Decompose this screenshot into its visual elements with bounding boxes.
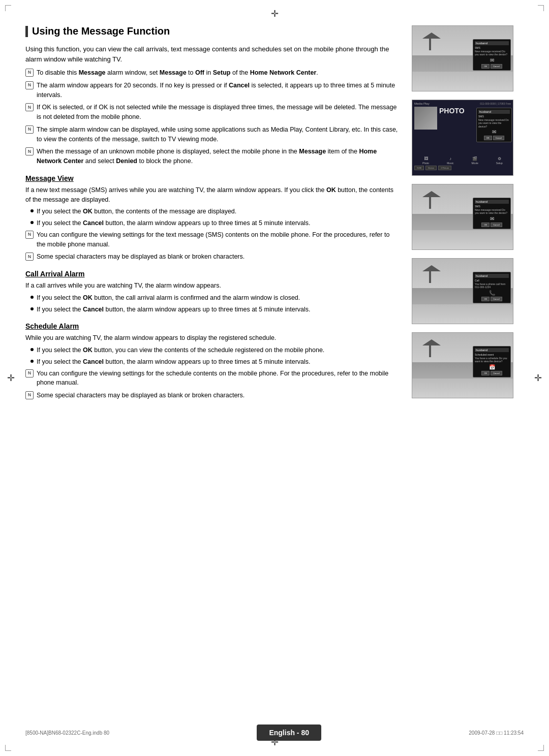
bullet-dot-sa-2 <box>30 360 34 363</box>
bullet-sa-1: If you select the OK button, you can vie… <box>25 345 400 355</box>
note-icon-mv-1: N <box>25 231 34 239</box>
subsection-schedule-alarm: Schedule Alarm While you are watching TV… <box>25 322 400 400</box>
sms-popup-1: husband SMS New message received Do you … <box>473 39 511 71</box>
bullet-dot-2 <box>30 221 34 224</box>
bullet-text-mv-1: If you select the OK button, the content… <box>37 207 400 216</box>
bullet-text-ca-2: If you select the Cancel button, the ala… <box>37 305 400 314</box>
note-icon-sa-1: N <box>25 369 34 377</box>
bullet-mv-1: If you select the OK button, the content… <box>25 207 400 216</box>
bullet-text-sa-1: If you select the OK button, you can vie… <box>37 345 400 355</box>
bullet-mv-2: If you select the Cancel button, the ala… <box>25 218 400 228</box>
note-text-3: If OK is selected, or if OK is not selec… <box>37 103 400 122</box>
subsection-title-schedule-alarm: Schedule Alarm <box>25 322 400 330</box>
popup-ok-btn-2[interactable]: OK <box>481 223 490 227</box>
popup-message-text-call: You have a phone call from 011-000-1234 <box>475 282 509 289</box>
media-nav-movie[interactable]: 🎬 Movie <box>464 156 486 165</box>
popup-cancel-media[interactable]: Cancel <box>493 136 504 140</box>
media-thumbnail <box>414 107 437 130</box>
popup-message-text-sched: You have a schedule Do you want to view … <box>475 357 509 363</box>
popup-cancel-btn-sched[interactable]: Cancel <box>491 371 502 375</box>
note-item-5: N When the message of an unknown mobile … <box>25 147 400 166</box>
note-text-mv-2: Some special characters may be displayed… <box>37 252 400 262</box>
note-item-2: N The alarm window appears for 20 second… <box>25 81 400 100</box>
popup-device-name-call: husband <box>475 274 509 278</box>
media-nav-music[interactable]: ♪ Music <box>439 156 462 165</box>
note-item-3: N If OK is selected, or if OK is not sel… <box>25 103 400 122</box>
media-nav-setup[interactable]: ⚙ Setup <box>488 156 511 165</box>
bullet-dot-1 <box>30 209 34 212</box>
subsection-title-call-arrival: Call Arrival Alarm <box>25 270 400 278</box>
popup-type-label-2: SMS <box>475 205 509 208</box>
media-play-label: Media Play <box>414 102 430 105</box>
popup-ok-btn-call[interactable]: OK <box>481 297 490 301</box>
note-icon-mv-2: N <box>25 253 34 261</box>
popup-sms-icon-1: ✉ <box>475 57 509 63</box>
popup-type-label-sched: Scheduled event <box>475 353 509 356</box>
bullet-dot-ca-1 <box>30 296 34 299</box>
popup-device-name-sched: husband <box>475 348 509 352</box>
popup-sms-icon-2: ✉ <box>475 216 509 222</box>
popup-schedule-icon: 📅 <box>475 364 509 370</box>
media-return-btn[interactable]: ↺ Return <box>438 166 451 170</box>
popup-device-name-2: husband <box>475 200 509 204</box>
popup-device-media: husband <box>478 110 510 114</box>
call-popup: husband Call You have a phone call from … <box>473 272 511 303</box>
intro-paragraph: Using this function, you can view the ca… <box>25 44 400 64</box>
media-sum-btn[interactable]: SUM <box>414 166 424 170</box>
media-nav-photo[interactable]: 🖼 Photo <box>414 156 437 165</box>
popup-ok-media[interactable]: OK <box>484 136 492 140</box>
subsection-message-view: Message View If a new text message (SMS)… <box>25 174 400 262</box>
note-text-sa-2: Some special characters may be displayed… <box>37 391 400 400</box>
popup-ok-btn-sched[interactable]: OK <box>481 371 490 375</box>
note-icon-1: N <box>25 69 34 77</box>
note-mv-1: N You can configure the viewing settings… <box>25 230 400 249</box>
message-view-intro: If a new text message (SMS) arrives whil… <box>25 185 400 205</box>
media-device-btn[interactable]: Device <box>425 166 437 170</box>
note-icon-5: N <box>25 147 34 155</box>
page-title: Using the Message Function <box>32 25 170 37</box>
main-content: Using the Message Function Using this fu… <box>25 25 400 403</box>
subsection-call-arrival: Call Arrival Alarm If a call arrives whi… <box>25 270 400 314</box>
title-bar-decoration <box>25 26 28 37</box>
note-sa-1: N You can configure the viewing settings… <box>25 369 400 388</box>
popup-ok-btn-1[interactable]: OK <box>481 64 490 69</box>
note-text-mv-1: You can configure the viewing settings f… <box>37 230 400 249</box>
note-mv-2: N Some special characters may be display… <box>25 252 400 262</box>
bullet-text-mv-2: If you select the Cancel button, the ala… <box>37 218 400 228</box>
bullet-ca-2: If you select the Cancel button, the ala… <box>25 305 400 314</box>
subsection-title-message-view: Message View <box>25 174 400 182</box>
footer-page-number: English - 80 <box>257 724 321 741</box>
popup-cancel-btn-2[interactable]: Cancel <box>491 223 502 227</box>
popup-call-icon: 📞 <box>475 290 509 296</box>
note-text-5: When the message of an unknown mobile ph… <box>37 147 400 166</box>
screen-image-sms-2: husband SMS New message received Do you … <box>412 184 513 250</box>
popup-type-label-1: SMS <box>475 46 509 49</box>
note-icon-4: N <box>25 125 34 134</box>
screen-images-column: husband SMS New message received Do you … <box>412 25 524 403</box>
note-icon-2: N <box>25 81 34 89</box>
popup-cancel-btn-call[interactable]: Cancel <box>491 297 502 301</box>
bullet-dot-ca-2 <box>30 307 34 310</box>
note-text-sa-1: You can configure the viewing settings f… <box>37 369 400 388</box>
popup-message-text-2: New message received Do you want to view… <box>475 208 509 215</box>
bottom-compass-icon: ✛ <box>271 737 279 748</box>
note-text-2: The alarm window appears for 20 seconds.… <box>37 81 400 100</box>
popup-icon-media: ✉ <box>478 129 510 135</box>
screen-image-schedule: husband Scheduled event You have a sched… <box>412 332 513 398</box>
section-heading: Using the Message Function <box>25 25 400 37</box>
call-arrival-intro: If a call arrives while you are watching… <box>25 281 400 291</box>
sms-popup-2: husband SMS New message received Do you … <box>473 198 511 229</box>
note-item-4: N The simple alarm window can be display… <box>25 125 400 144</box>
popup-cancel-btn-1[interactable]: Cancel <box>491 64 502 69</box>
bullet-text-ca-1: If you select the OK button, the call ar… <box>37 293 400 303</box>
bullet-text-sa-2: If you select the Cancel button, the ala… <box>37 357 400 367</box>
note-icon-3: N <box>25 103 34 111</box>
note-icon-sa-2: N <box>25 391 34 399</box>
bullet-sa-2: If you select the Cancel button, the ala… <box>25 357 400 367</box>
popup-type-media: SMS <box>478 115 510 118</box>
bullet-ca-1: If you select the OK button, the call ar… <box>25 293 400 303</box>
footer-left-text: [8500-NA]BN68-02322C-Eng.indb 80 <box>25 730 109 736</box>
media-play-time: 011-000-0000 | 17083 Free <box>480 102 511 105</box>
popup-type-label-call: Call <box>475 279 509 282</box>
popup-device-name-1: husband <box>475 41 509 45</box>
